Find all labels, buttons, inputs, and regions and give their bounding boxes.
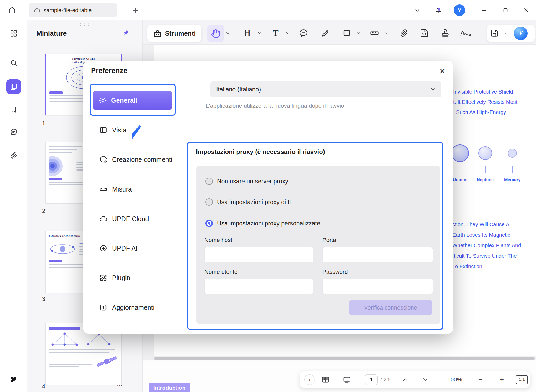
radio-custom-proxy[interactable]: Usa impostazioni proxy personalizzate [205,218,320,229]
avatar[interactable]: Y [454,4,465,16]
maximize-button[interactable] [500,5,511,16]
expand-nav-button[interactable]: › [304,374,315,385]
menu-item-creazione-commenti[interactable]: Creazione commenti [93,151,175,168]
menu-item-label: Generali [111,97,137,104]
zoom-out-button[interactable]: − [476,375,485,384]
attach-tool-button[interactable] [397,26,411,40]
pen-icon [321,29,330,38]
paperclip-icon [10,152,17,159]
thumb2-heading-chip [49,178,62,180]
ai-assistant-button[interactable] [514,27,528,40]
chevron-up-icon [403,378,408,381]
new-tab-button[interactable] [130,5,141,16]
language-select[interactable]: Italiano (Italiano) [210,81,441,97]
pen-tool-button[interactable] [319,26,332,40]
attachments-button[interactable] [6,148,21,163]
planet-uranus [451,144,469,162]
thumbnails-panel-button[interactable] [6,79,21,94]
reading-view-button[interactable] [320,374,331,385]
titlebar-chevron-button[interactable] [412,5,423,16]
horizontal-scrollbar[interactable] [154,357,535,360]
text-tool-chevron[interactable] [286,32,290,35]
stamp-icon [441,29,450,38]
sticker-icon [420,29,429,38]
zoom-level-label[interactable]: 100% [444,375,465,384]
host-input[interactable] [204,247,313,262]
save-button[interactable] [490,29,499,38]
pin-panel-button[interactable] [122,29,130,37]
menu-item-plugin[interactable]: Plugin [93,269,175,286]
verify-connection-button[interactable]: Verifica connessione [349,300,432,315]
proxy-section-title: Impostazioni proxy (è necessario il riav… [196,148,325,156]
menu-item-vista[interactable]: Vista [93,122,175,138]
user-label: Nome utente [204,269,237,275]
page-number-input[interactable] [365,374,378,385]
heading-tool-chevron[interactable] [258,32,262,35]
port-input[interactable] [322,247,433,262]
thumb1-title-line1: Formation Of The [49,57,118,61]
comment-tool-button[interactable] [297,26,310,40]
thumbnails-more-button[interactable]: ... [117,379,123,388]
minimize-button[interactable] [479,5,489,16]
menu-item-label: UPDF AI [112,245,138,252]
proxy-settings-panel: Non usare un server proxy Usa impostazio… [196,166,440,324]
password-input[interactable] [322,279,433,294]
presentation-button[interactable] [342,374,352,385]
menu-item-label: Plugin [112,274,130,282]
layout-icon [99,126,107,134]
save-icon [490,29,499,38]
apps-grid-button[interactable] [6,26,21,41]
close-button[interactable] [521,5,532,16]
tools-button[interactable]: Strumenti [147,25,201,42]
menu-item-updf-cloud[interactable]: UPDF Cloud [93,210,175,227]
navbar-separator [361,375,361,384]
panel-drag-handle[interactable] [80,23,90,27]
save-chevron[interactable] [504,32,508,35]
comments-button[interactable] [6,125,21,139]
sticker-tool-button[interactable] [417,26,431,40]
shape-tool-chevron[interactable] [357,32,361,35]
hand-tool-chevron[interactable] [226,32,230,35]
presentation-icon [343,375,351,384]
text-tool-button[interactable]: T [269,26,282,40]
page-total-label: / 29 [380,375,390,384]
menu-item-misura[interactable]: Misura [93,181,175,198]
heading-tool-button[interactable]: H [240,26,254,40]
home-button[interactable] [7,5,17,16]
radio-no-proxy[interactable]: Non usare un server proxy [205,176,288,187]
menu-item-label: Misura [112,185,132,193]
updf-logo-button[interactable] [6,372,21,387]
zoom-in-button[interactable]: + [497,375,507,384]
chevron-down-icon [414,7,420,13]
measure-tool-chevron[interactable] [385,32,389,35]
earth-layers-diagram [49,156,73,176]
menu-item-generali[interactable]: Generali [93,91,172,110]
menu-item-updf-ai[interactable]: UPDF AI [93,240,175,257]
introduction-bookmark-tag[interactable]: Introduction [149,383,190,392]
dialog-close-button[interactable]: × [438,66,447,76]
measure-tool-button[interactable] [368,26,381,40]
actual-size-button[interactable]: 1:1 [516,375,528,384]
document-tab[interactable]: sample-file-editable [29,3,117,17]
dialog-title: Preferenze [91,67,127,75]
password-label: Password [322,269,348,275]
signature-tool-button[interactable] [459,26,472,40]
thumb1-heading-chip [49,91,63,94]
stamp-tool-button[interactable] [438,26,452,40]
menu-item-aggiornamenti[interactable]: Aggiornamenti [93,299,175,316]
uranus-tick [460,166,460,173]
shape-tool-button[interactable] [340,26,353,40]
next-page-button[interactable] [421,375,430,384]
thumb3-heading-chip [49,260,62,262]
radio-ie-proxy[interactable]: Usa impostazioni proxy di IE [205,196,293,208]
username-input[interactable] [204,279,313,294]
planet-neptune [478,146,492,160]
previous-page-button[interactable] [401,375,410,384]
thumb4-heading-chip [49,327,80,330]
search-button[interactable] [6,56,21,70]
hand-tool-button[interactable] [207,25,224,42]
orbit-diagram [49,239,76,259]
pin-icon [122,29,130,37]
bookmarks-button[interactable] [6,102,21,117]
notifications-button[interactable] [433,5,444,16]
